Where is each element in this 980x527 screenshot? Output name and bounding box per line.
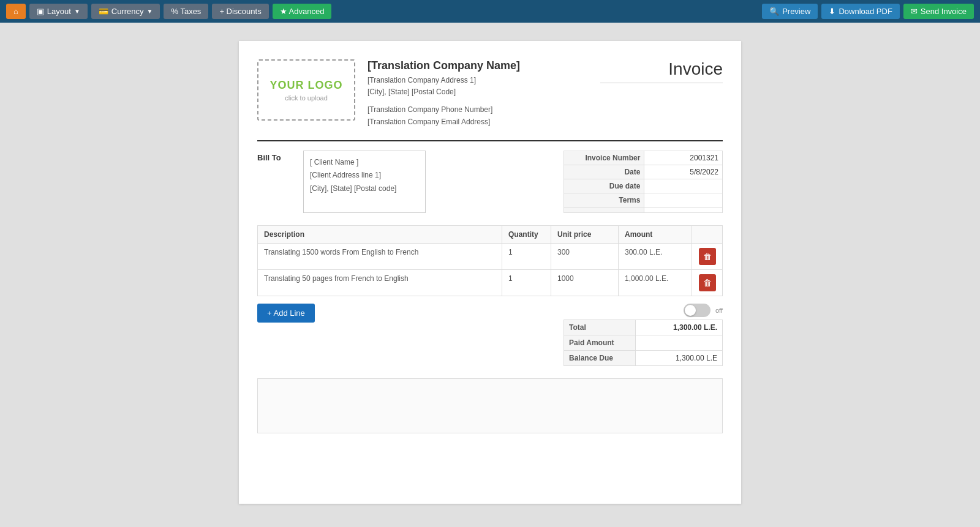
row-quantity[interactable]: 1 — [502, 269, 551, 296]
toolbar-right: 🔍 Preview ⬇ Download PDF ✉ Send Invoice — [762, 4, 974, 19]
row-amount: 1,000.00 L.E. — [619, 269, 692, 296]
add-line-label: + Add Line — [267, 308, 305, 318]
toggle-switch[interactable] — [684, 304, 710, 317]
balance-due-value: 1,300.00 L.E — [635, 350, 722, 365]
bill-to-block: Bill To [ Client Name ] [Client Address … — [257, 151, 426, 213]
toggle-label: off — [715, 307, 723, 314]
discounts-label: + Discounts — [219, 7, 261, 16]
toggle-knob — [685, 305, 696, 316]
send-invoice-button[interactable]: ✉ Send Invoice — [903, 4, 974, 19]
invoice-terms-row: Terms — [564, 193, 723, 207]
col-description-header: Description — [258, 225, 502, 243]
total-value: 1,300.00 L.E. — [635, 320, 722, 335]
invoice-extra1-label — [564, 207, 644, 212]
paid-amount-value[interactable] — [635, 335, 722, 350]
invoice-due-date-label: Due date — [564, 179, 644, 193]
company-email[interactable]: [Translation Company Email Address] — [368, 116, 600, 128]
paid-amount-label: Paid Amount — [564, 335, 636, 350]
layout-button[interactable]: ▣ Layout ▼ — [29, 4, 88, 19]
items-header-row: Description Quantity Unit price Amount — [258, 225, 723, 243]
toggle-area: off — [684, 304, 723, 317]
advanced-button[interactable]: ★ Advanced — [273, 4, 332, 19]
logo-subtext: click to upload — [285, 94, 328, 102]
advanced-label: ★ Advanced — [280, 7, 325, 16]
col-unit-price-header: Unit price — [551, 225, 619, 243]
invoice-extra1-value[interactable] — [644, 207, 723, 212]
preview-button[interactable]: 🔍 Preview — [762, 4, 818, 19]
invoice-date-label: Date — [564, 165, 644, 179]
row-unit-price[interactable]: 300 — [551, 243, 619, 269]
delete-row-button[interactable]: 🗑 — [699, 274, 716, 291]
company-address1[interactable]: [Translation Company Address 1] — [368, 75, 600, 86]
invoice-terms-label: Terms — [564, 193, 644, 207]
paid-amount-row: Paid Amount — [564, 335, 723, 350]
currency-label: Currency — [111, 7, 144, 16]
row-description[interactable]: Translating 1500 words From English to F… — [258, 243, 502, 269]
client-name: [ Client Name ] — [310, 156, 419, 170]
invoice-header: YOUR LOGO click to upload [Translation C… — [257, 59, 723, 128]
total-label: Total — [564, 320, 636, 335]
taxes-button[interactable]: % Taxes — [164, 4, 208, 19]
balance-due-label: Balance Due — [564, 350, 636, 365]
notes-area[interactable] — [257, 378, 723, 433]
discounts-button[interactable]: + Discounts — [212, 4, 268, 19]
balance-due-row: Balance Due 1,300.00 L.E — [564, 350, 723, 365]
company-phone[interactable]: [Translation Company Phone Number] — [368, 104, 600, 116]
delete-row-button[interactable]: 🗑 — [699, 248, 716, 265]
row-description[interactable]: Translating 50 pages from French to Engl… — [258, 269, 502, 296]
invoice-extra1-row — [564, 207, 723, 212]
invoice-title: Invoice — [600, 59, 723, 83]
col-action-header — [692, 225, 723, 243]
layout-caret: ▼ — [74, 8, 80, 15]
invoice-card: YOUR LOGO click to upload [Translation C… — [239, 41, 741, 504]
items-table: Description Quantity Unit price Amount T… — [257, 225, 723, 296]
bottom-controls: + Add Line off Total 1,300.00 L.E. Paid … — [257, 304, 723, 366]
table-row: Translating 50 pages from French to Engl… — [258, 269, 723, 296]
download-button[interactable]: ⬇ Download PDF — [821, 4, 899, 19]
row-quantity[interactable]: 1 — [502, 243, 551, 269]
billing-section: Bill To [ Client Name ] [Client Address … — [257, 151, 723, 213]
home-icon: ⌂ — [13, 7, 18, 16]
send-invoice-label: Send Invoice — [921, 7, 967, 16]
invoice-number-row: Invoice Number 2001321 — [564, 151, 723, 165]
currency-caret: ▼ — [147, 8, 153, 15]
logo-upload-area[interactable]: YOUR LOGO click to upload — [257, 59, 355, 121]
layout-icon: ▣ — [37, 7, 44, 16]
table-row: Translating 1500 words From English to F… — [258, 243, 723, 269]
invoice-terms-value[interactable] — [644, 193, 723, 207]
invoice-date-row: Date 5/8/2022 — [564, 165, 723, 179]
invoice-number-label: Invoice Number — [564, 151, 644, 165]
totals-table: Total 1,300.00 L.E. Paid Amount Balance … — [564, 320, 723, 366]
layout-label: Layout — [47, 7, 71, 16]
total-row: Total 1,300.00 L.E. — [564, 320, 723, 335]
col-amount-header: Amount — [619, 225, 692, 243]
taxes-label: % Taxes — [171, 7, 201, 16]
currency-icon: 💳 — [99, 7, 108, 16]
currency-button[interactable]: 💳 Currency ▼ — [91, 4, 160, 19]
download-icon: ⬇ — [829, 7, 835, 16]
row-amount: 300.00 L.E. — [619, 243, 692, 269]
download-pdf-label: Download PDF — [839, 7, 892, 16]
row-unit-price[interactable]: 1000 — [551, 269, 619, 296]
home-button[interactable]: ⌂ — [6, 4, 26, 19]
add-line-button[interactable]: + Add Line — [257, 304, 315, 323]
invoice-due-date-value[interactable] — [644, 179, 723, 193]
header-divider — [257, 140, 723, 141]
invoice-date-value[interactable]: 5/8/2022 — [644, 165, 723, 179]
company-info: [Translation Company Name] [Translation … — [355, 59, 600, 128]
bill-to-fields[interactable]: [ Client Name ] [Client Address line 1] … — [303, 151, 426, 213]
items-table-header: Description Quantity Unit price Amount — [258, 225, 723, 243]
invoice-number-value[interactable]: 2001321 — [644, 151, 723, 165]
send-icon: ✉ — [911, 7, 918, 16]
invoice-title-area: Invoice — [600, 59, 723, 83]
company-name[interactable]: [Translation Company Name] — [368, 59, 600, 72]
preview-label: Preview — [782, 7, 810, 16]
invoice-details-table: Invoice Number 2001321 Date 5/8/2022 Due… — [564, 151, 723, 213]
row-action: 🗑 — [692, 269, 723, 296]
company-address2[interactable]: [City], [State] [Postal Code] — [368, 86, 600, 98]
totals-and-toggle: off Total 1,300.00 L.E. Paid Amount Bala… — [564, 304, 723, 366]
logo-text: YOUR LOGO — [270, 79, 342, 92]
client-address1: [Client Address line 1] — [310, 169, 419, 182]
client-address2: [City], [State] [Postal code] — [310, 182, 419, 196]
toolbar: ⌂ ▣ Layout ▼ 💳 Currency ▼ % Taxes + Disc… — [0, 0, 980, 23]
